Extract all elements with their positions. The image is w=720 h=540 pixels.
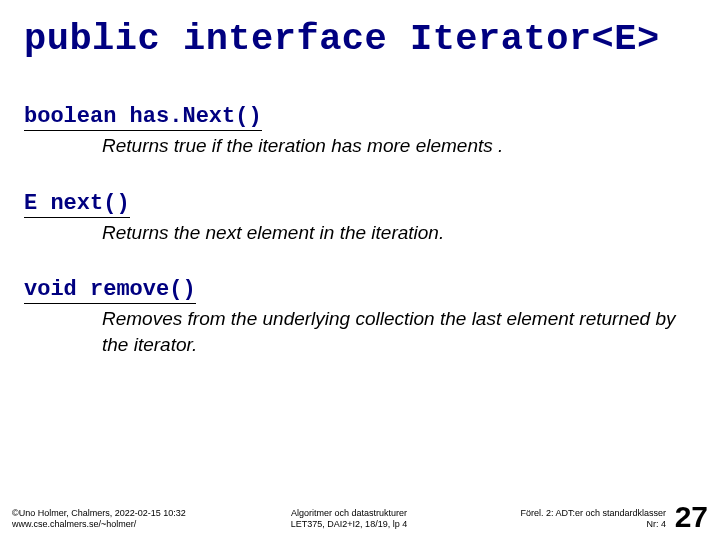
method-signature: void remove() [24, 277, 196, 304]
method-block-hasnext: boolean has.Next() Returns true if the i… [24, 96, 696, 173]
method-block-remove: void remove() Removes from the underlyin… [24, 269, 696, 371]
footer-lecture-nr: Nr: 4 [466, 519, 666, 530]
footer-lecture: Förel. 2: ADT:er och standardklasser [466, 508, 666, 519]
method-description: Returns true if the iteration has more e… [24, 131, 696, 173]
footer-left: ©Uno Holmer, Chalmers, 2022-02-15 10:32 … [12, 508, 232, 531]
method-block-next: E next() Returns the next element in the… [24, 183, 696, 260]
footer: ©Uno Holmer, Chalmers, 2022-02-15 10:32 … [0, 508, 720, 531]
footer-copyright: ©Uno Holmer, Chalmers, 2022-02-15 10:32 [12, 508, 232, 519]
footer-url: www.cse.chalmers.se/~holmer/ [12, 519, 232, 530]
method-description: Returns the next element in the iteratio… [24, 218, 696, 260]
spacer [24, 173, 696, 183]
footer-course-code: LET375, DAI2+I2, 18/19, lp 4 [232, 519, 466, 530]
method-signature: boolean has.Next() [24, 104, 262, 131]
slide-title: public interface Iterator<E> [24, 18, 696, 60]
footer-course-title: Algoritmer och datastrukturer [232, 508, 466, 519]
footer-center: Algoritmer och datastrukturer LET375, DA… [232, 508, 466, 531]
spacer [24, 259, 696, 269]
footer-right: Förel. 2: ADT:er och standardklasser Nr:… [466, 508, 708, 531]
method-signature: E next() [24, 191, 130, 218]
method-description: Removes from the underlying collection t… [24, 304, 696, 371]
slide: public interface Iterator<E> boolean has… [0, 0, 720, 540]
page-number: 27 [675, 500, 708, 534]
